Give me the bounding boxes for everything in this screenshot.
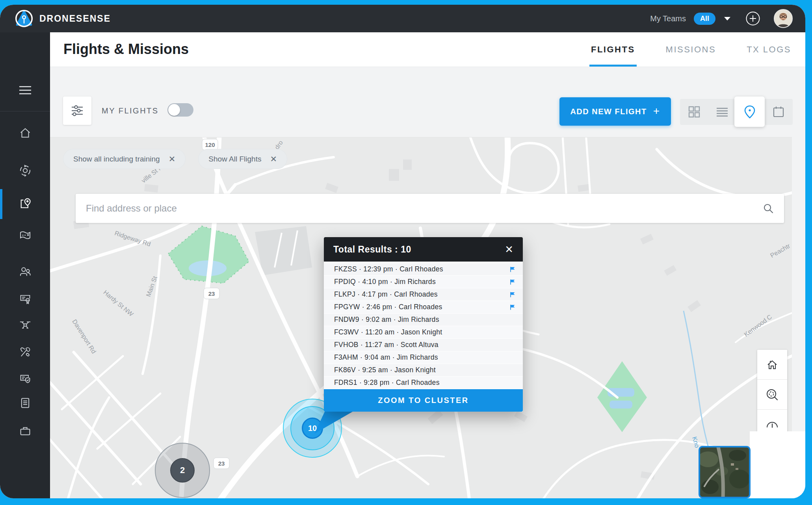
topbar: DRONESENSE My Teams All [0, 5, 805, 32]
cluster-count[interactable]: 2 [170, 458, 195, 483]
search-icon[interactable] [763, 203, 774, 214]
calendar-view-icon [772, 105, 785, 119]
sidebar-item-equipment[interactable] [19, 425, 32, 439]
sidebar-item-compliance[interactable] [19, 373, 32, 387]
sidebar-item-operations[interactable] [19, 164, 32, 178]
plus-icon: + [653, 105, 660, 117]
list-view-button[interactable] [708, 99, 737, 125]
basemap-panel [750, 431, 805, 498]
sidebar-item-flights-map[interactable] [19, 197, 32, 212]
flag-icon [509, 266, 516, 273]
filter-chip-training[interactable]: Show all including training ✕ [63, 149, 186, 169]
grid-view-icon [688, 105, 701, 119]
flight-row[interactable]: FLKPJ · 4:17 pm · Carl Rhoades [324, 288, 523, 301]
zoom-to-cluster-button[interactable]: ZOOM TO CLUSTER [324, 389, 523, 412]
page-title: Flights & Missions [63, 41, 189, 58]
topbar-right: My Teams All [650, 5, 793, 32]
flight-row[interactable]: F3AHM · 9:04 am · Jim Richards [324, 351, 523, 364]
sidebar-item-missions-routes[interactable] [19, 229, 32, 243]
map-home-button[interactable] [757, 350, 787, 380]
sliders-icon [70, 104, 84, 118]
sidebar-item-maintenance[interactable] [19, 346, 32, 360]
map-pin-icon [742, 104, 757, 119]
sidebar-item-users[interactable] [19, 265, 32, 280]
search-input[interactable] [76, 203, 763, 214]
map-view-button-active[interactable] [734, 97, 765, 127]
flight-row[interactable]: FNDW9 · 9:02 am · Jim Richards [324, 314, 523, 326]
sidebar-item-reports[interactable] [19, 397, 32, 411]
cluster-marker-2[interactable]: 2 [155, 443, 210, 498]
flight-row-label: FPDIQ · 4:10 pm · Jim Richards [334, 278, 436, 286]
calendar-view-button[interactable] [765, 99, 793, 125]
tab-tx-logs[interactable]: TX LOGS [747, 32, 791, 67]
chip-close-icon[interactable]: ✕ [270, 154, 277, 164]
flight-row[interactable]: FC3WV · 11:20 am · Jason Knight [324, 326, 523, 339]
flight-row[interactable]: FKZSS · 12:39 pm · Carl Rhoades [324, 263, 523, 276]
filter-chips: Show all including training ✕ Show All F… [63, 149, 287, 169]
sidebar-item-drone[interactable] [19, 318, 32, 332]
my-teams-label: My Teams [650, 14, 686, 23]
add-new-flight-button[interactable]: ADD NEW FLIGHT + [559, 97, 671, 126]
flag-container [509, 304, 516, 310]
close-icon[interactable]: ✕ [505, 244, 513, 254]
flight-row[interactable]: FVHOB · 11:27 am · Scott Altuva [324, 339, 523, 351]
page-header: Flights & Missions FLIGHTS MISSIONS TX L… [50, 32, 805, 67]
flight-row-label: F3AHM · 9:04 am · Jim Richards [334, 353, 438, 362]
tab-flights[interactable]: FLIGHTS [591, 32, 635, 67]
map-locate-button[interactable] [757, 380, 787, 410]
flight-row[interactable]: FPDIQ · 4:10 pm · Jim Richards [324, 276, 523, 288]
sidebar [0, 32, 50, 498]
dronesense-logo-icon [14, 9, 34, 28]
list-view-icon [715, 105, 729, 119]
flag-container [509, 279, 516, 285]
flight-row-label: FK86V · 9:25 am · Jason Knight [334, 366, 436, 374]
flight-row-label: FVHOB · 11:27 am · Scott Altuva [334, 341, 439, 349]
svg-text:120: 120 [205, 141, 215, 148]
flight-list: FKZSS · 12:39 pm · Carl RhoadesFPDIQ · 4… [324, 262, 523, 389]
flight-row-label: FLKPJ · 4:17 pm · Carl Rhoades [334, 290, 438, 299]
app-window: 120 120 23 23 Duluth Ridgeway Rd Main St… [0, 5, 805, 498]
popup-title: Total Results : 10 [333, 244, 411, 255]
add-new-flight-label: ADD NEW FLIGHT [570, 107, 647, 116]
flight-row-label: FDRS1 · 9:28 pm · Carl Rhoades [334, 379, 440, 387]
flight-row[interactable]: FPGYW · 2:46 pm · Carl Rhoades [324, 301, 523, 314]
flight-row[interactable]: FK86V · 9:25 am · Jason Knight [324, 364, 523, 377]
chip-label: Show All Flights [208, 155, 261, 163]
pool [609, 401, 632, 408]
chip-close-icon[interactable]: ✕ [169, 154, 176, 164]
add-button[interactable] [745, 11, 760, 26]
svg-text:23: 23 [208, 290, 215, 297]
sidebar-active-indicator [0, 189, 2, 219]
satellite-basemap-thumbnail[interactable] [699, 446, 751, 498]
grid-view-button[interactable] [680, 99, 708, 125]
toggle-knob [168, 104, 180, 116]
filter-settings-button[interactable] [63, 97, 91, 125]
map-controls [757, 350, 787, 440]
avatar-photo [775, 10, 792, 27]
tab-bar: FLIGHTS MISSIONS TX LOGS [591, 32, 791, 67]
satellite-imagery [700, 447, 749, 497]
flight-row-label: FKZSS · 12:39 pm · Carl Rhoades [334, 265, 443, 273]
tab-missions[interactable]: MISSIONS [666, 32, 716, 67]
flag-container [509, 266, 516, 273]
gauge-icon [765, 417, 780, 432]
flight-row[interactable]: FDRS1 · 9:28 pm · Carl Rhoades [324, 377, 523, 389]
team-filter-pill[interactable]: All [694, 13, 715, 25]
flag-icon [509, 291, 516, 298]
brand: DRONESENSE [14, 9, 111, 28]
sidebar-item-certifications[interactable] [19, 293, 32, 307]
flight-row-label: FNDW9 · 9:02 am · Jim Richards [334, 316, 439, 324]
flag-container [509, 291, 516, 298]
flag-icon [509, 304, 516, 310]
caret-down-icon[interactable] [724, 17, 730, 20]
my-flights-toggle[interactable] [167, 103, 193, 117]
flag-icon [509, 279, 516, 285]
chip-label: Show all including training [73, 155, 160, 163]
svg-text:23: 23 [218, 460, 225, 467]
brand-name: DRONESENSE [39, 13, 111, 24]
sidebar-item-home[interactable] [19, 127, 32, 141]
hamburger-menu-icon[interactable] [19, 84, 32, 98]
filter-chip-all-flights[interactable]: Show All Flights ✕ [198, 149, 287, 169]
map-search-bar [76, 194, 784, 223]
user-avatar[interactable] [774, 9, 793, 28]
